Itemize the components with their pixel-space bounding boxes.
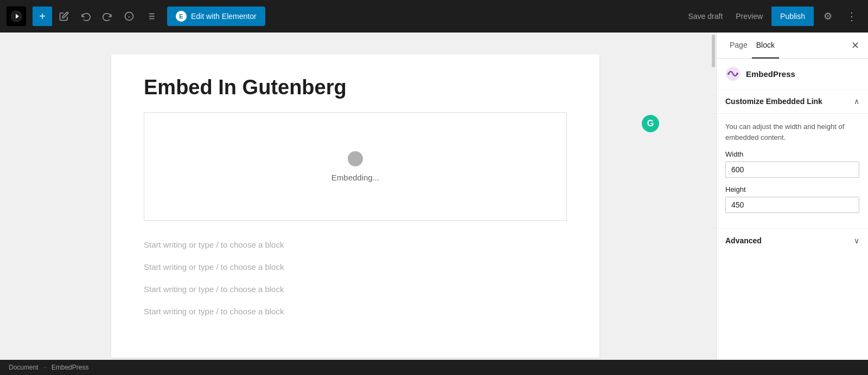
editor-area[interactable]: Embed In Gutenberg Embedding... Start wr…: [0, 33, 711, 360]
save-draft-button[interactable]: Save draft: [684, 12, 727, 21]
placeholder-block-2[interactable]: Start writing or type / to choose a bloc…: [144, 256, 567, 278]
grammarly-icon: G: [642, 115, 659, 132]
elementor-icon: E: [176, 11, 187, 22]
edit-with-elementor-button[interactable]: E Edit with Elementor: [167, 7, 265, 26]
height-label: Height: [725, 185, 859, 193]
embed-block[interactable]: Embedding...: [144, 112, 567, 221]
sidebar-tabs: Page Block ✕: [717, 33, 868, 59]
status-document: Document: [9, 364, 39, 371]
tab-page[interactable]: Page: [725, 33, 752, 59]
redo-button[interactable]: [98, 7, 117, 26]
embed-spinner: [348, 151, 363, 166]
status-separator: →: [42, 364, 48, 371]
embedpress-logo-icon: [725, 66, 741, 81]
status-context: EmbedPress: [52, 364, 89, 371]
height-input[interactable]: [725, 197, 859, 213]
advanced-chevron-icon: ∨: [854, 236, 859, 245]
status-bar: Document → EmbedPress: [0, 360, 868, 375]
customize-description: You can adjust the width and height of e…: [725, 121, 859, 143]
add-block-button[interactable]: +: [33, 7, 52, 26]
embedpress-label: EmbedPress: [746, 69, 795, 79]
undo-button[interactable]: [76, 7, 95, 26]
toolbar: + E Edit with Elementor Save draft Previ…: [0, 0, 868, 33]
height-field-group: Height: [725, 185, 859, 221]
editor-scrollbar[interactable]: [711, 33, 716, 360]
settings-button[interactable]: ⚙: [818, 7, 838, 26]
sidebar-panel: Page Block ✕ EmbedPress Customize Embedd…: [716, 33, 868, 360]
preview-button[interactable]: Preview: [731, 12, 767, 21]
embedpress-header: EmbedPress: [717, 59, 868, 89]
main-area: Embed In Gutenberg Embedding... Start wr…: [0, 33, 868, 360]
placeholder-block-3[interactable]: Start writing or type / to choose a bloc…: [144, 278, 567, 300]
close-sidebar-button[interactable]: ✕: [851, 33, 859, 58]
page-title: Embed In Gutenberg: [144, 76, 567, 99]
edit-pen-button[interactable]: [54, 7, 74, 26]
svg-point-12: [736, 73, 738, 75]
sidebar-content: EmbedPress Customize Embedded Link ∧ You…: [717, 59, 868, 360]
advanced-section-title: Advanced: [725, 236, 762, 245]
customize-section-header[interactable]: Customize Embedded Link ∧: [717, 89, 868, 114]
width-label: Width: [725, 150, 859, 158]
wp-logo: [7, 7, 26, 26]
tab-block[interactable]: Block: [752, 33, 779, 59]
width-field-group: Width: [725, 150, 859, 185]
info-button[interactable]: [119, 7, 139, 26]
editor-scroll-thumb: [712, 35, 715, 67]
customize-section-body: You can adjust the width and height of e…: [717, 114, 868, 228]
embedding-text: Embedding...: [331, 173, 379, 182]
width-input[interactable]: [725, 161, 859, 178]
placeholder-block-4[interactable]: Start writing or type / to choose a bloc…: [144, 300, 567, 322]
publish-button[interactable]: Publish: [771, 7, 814, 26]
customize-section-title: Customize Embedded Link: [725, 97, 822, 106]
svg-point-11: [727, 73, 730, 75]
advanced-section-header[interactable]: Advanced ∨: [717, 228, 868, 253]
more-options-button[interactable]: ⋮: [842, 7, 861, 26]
customize-chevron-icon: ∧: [854, 97, 859, 106]
placeholder-block-1[interactable]: Start writing or type / to choose a bloc…: [144, 234, 567, 256]
list-view-button[interactable]: [141, 7, 161, 26]
page-content: Embed In Gutenberg Embedding... Start wr…: [111, 54, 599, 358]
